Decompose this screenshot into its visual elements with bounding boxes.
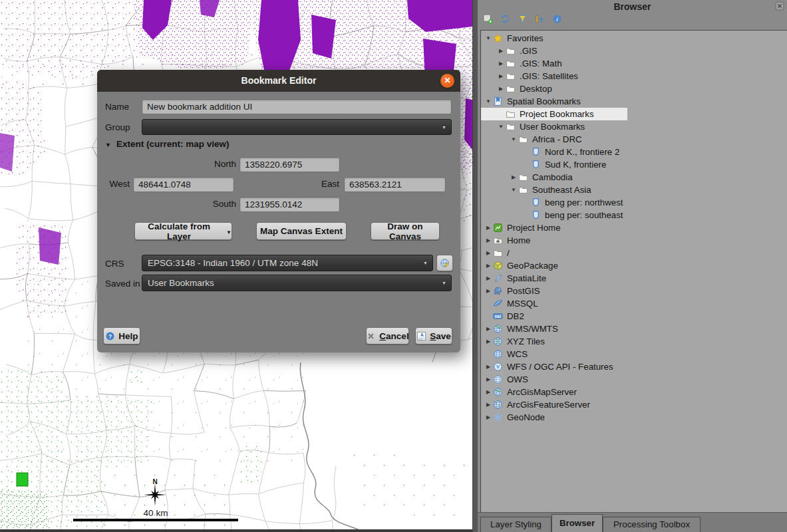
tree-item-spatial-bookmarks[interactable]: ▼Spatial Bookmarks <box>481 95 581 108</box>
map-canvas-extent-button[interactable]: Map Canvas Extent <box>256 222 347 240</box>
expander-closed-icon[interactable]: ▶ <box>484 237 493 243</box>
dialog-close-icon[interactable]: ✕ <box>440 74 454 88</box>
tree-item-label: .GIS: Satellites <box>520 71 578 81</box>
tree-item-wfs-ogc-api-features[interactable]: ▶VWFS / OGC API - Features <box>481 360 613 373</box>
calculate-from-layer-button[interactable]: Calculate from Layer▼ <box>134 222 232 240</box>
expander-closed-icon[interactable]: ▶ <box>484 250 493 256</box>
globe-ows-icon <box>493 374 504 384</box>
tree-item-gis-satellites[interactable]: ▶.GIS: Satellites <box>481 70 578 82</box>
expander-closed-icon[interactable]: ▶ <box>484 389 493 395</box>
tree-item-home[interactable]: ▶Home <box>481 234 530 247</box>
tree-item-gis[interactable]: ▶.GIS <box>481 45 538 57</box>
globe-arcgis-map-icon <box>493 387 504 397</box>
extent-section-header[interactable]: ▼Extent (current: map view) <box>105 139 229 149</box>
expander-closed-icon[interactable]: ▶ <box>496 86 506 92</box>
tree-item-user-bookmarks[interactable]: ▼User Bookmarks <box>481 120 585 133</box>
expander-closed-icon[interactable]: ▶ <box>484 225 493 231</box>
group-combobox[interactable]: ▼ <box>142 119 452 135</box>
expander-closed-icon[interactable]: ▶ <box>509 174 518 180</box>
expander-closed-icon[interactable]: ▶ <box>484 338 493 344</box>
tree-item-favorites[interactable]: ▼Favorites <box>481 32 544 45</box>
expander-closed-icon[interactable]: ▶ <box>484 263 493 269</box>
svg-text:A: A <box>420 332 424 337</box>
tree-item-wms-wmts[interactable]: ▶WMS/WMTS <box>481 323 558 335</box>
browser-tree: ▼Favorites▶.GIS▶.GIS: Math▶.GIS: Satelli… <box>480 30 787 513</box>
tree-item-xyz-tiles[interactable]: ▶XYZ Tiles <box>481 335 545 348</box>
tree-item-project-home[interactable]: ▶Project Home <box>481 221 561 234</box>
mssql-icon <box>493 299 504 309</box>
tree-item-wcs[interactable]: WCS <box>481 348 528 360</box>
collapse-all-icon[interactable] <box>535 14 546 25</box>
draw-on-canvas-button[interactable]: Draw on Canvas <box>371 222 440 240</box>
help-button[interactable]: ?Help <box>103 327 140 344</box>
tree-item-geonode[interactable]: ▶GeoNode <box>481 411 545 424</box>
tab-processing-toolbox[interactable]: Processing Toolbox <box>603 517 701 532</box>
west-label: West <box>105 179 130 189</box>
home-folder-icon <box>493 235 504 245</box>
globe-wcs-icon <box>493 349 504 359</box>
expander-closed-icon[interactable]: ▶ <box>484 376 493 382</box>
tree-item-spatialite[interactable]: ▶SpatiaLite <box>481 272 546 285</box>
tree-item-db2[interactable]: DB2DB2 <box>481 310 524 323</box>
expander-open-icon[interactable]: ▼ <box>484 98 493 104</box>
tree-item-[interactable]: ▶/ <box>481 247 510 259</box>
dialog-title-bar[interactable]: Bookmark Editor ✕ <box>97 70 460 92</box>
expander-closed-icon[interactable]: ▶ <box>484 414 493 420</box>
refresh-icon[interactable] <box>500 14 512 25</box>
tree-item-desktop[interactable]: ▶Desktop <box>481 82 552 95</box>
tree-item-sud-k-frontiere[interactable]: Sud K, frontiere <box>481 158 606 171</box>
tree-item-label: beng per: northwest <box>545 198 623 207</box>
north-input[interactable]: 1358220.6975 <box>239 157 340 172</box>
cancel-button[interactable]: Cancel <box>366 327 409 344</box>
tree-item-project-bookmarks[interactable]: Project Bookmarks <box>481 108 627 120</box>
tree-item-beng-per-northwest[interactable]: beng per: northwest <box>481 196 623 209</box>
expander-closed-icon[interactable]: ▶ <box>484 402 493 408</box>
tree-item-beng-per-southeast[interactable]: beng per: southeast <box>481 209 623 221</box>
add-selected-layers-icon[interactable] <box>483 14 494 25</box>
tree-item-label: Sud K, frontiere <box>545 160 606 170</box>
crs-combobox[interactable]: EPSG:3148 - Indian 1960 / UTM zone 48N▼ <box>142 255 433 271</box>
tree-item-mssql[interactable]: MSSQL <box>481 297 538 310</box>
saved-in-combobox[interactable]: User Bookmarks▼ <box>142 275 452 291</box>
qgis-window: N 40 km Browser i ▼Favorites▶.GIS▶.GIS: … <box>0 0 787 532</box>
tree-item-geopackage[interactable]: ▶GeoPackage <box>481 259 558 272</box>
east-input[interactable]: 638563.2121 <box>344 177 446 192</box>
tab-browser[interactable]: Browser <box>551 514 603 532</box>
expander-closed-icon[interactable]: ▶ <box>484 326 493 332</box>
tree-item-africa-drc[interactable]: ▼Africa - DRC <box>481 133 582 146</box>
tree-item-gis-math[interactable]: ▶.GIS: Math <box>481 57 562 70</box>
tree-item-label: Desktop <box>520 84 552 94</box>
expander-closed-icon[interactable]: ▶ <box>496 73 506 79</box>
panel-close-icon[interactable] <box>775 1 784 11</box>
filter-browser-icon[interactable] <box>518 14 529 25</box>
expander-closed-icon[interactable]: ▶ <box>484 288 493 294</box>
crs-globe-icon <box>440 258 450 268</box>
west-input[interactable]: 486441.0748 <box>133 177 234 192</box>
tree-item-nord-k-frontiere-2[interactable]: Nord K., frontiere 2 <box>481 146 619 158</box>
tree-item-arcgismapserver[interactable]: ▶ArcGisMapServer <box>481 386 577 398</box>
tree-item-arcgisfeatureserver[interactable]: ▶ArcGisFeatureServer <box>481 398 590 411</box>
globe-wms-icon <box>493 324 504 334</box>
expander-open-icon[interactable]: ▼ <box>509 187 518 193</box>
saved-in-label: Saved in <box>105 279 140 289</box>
name-input[interactable]: New bookmark addition UI <box>142 99 452 114</box>
tree-item-southeast-asia[interactable]: ▼Southeast Asia <box>481 184 591 196</box>
bookmark-manager-icon <box>493 96 504 106</box>
tree-item-postgis[interactable]: ▶PostGIS <box>481 285 540 297</box>
save-button[interactable]: ASave <box>415 327 452 344</box>
expander-closed-icon[interactable]: ▶ <box>496 48 506 54</box>
expander-closed-icon[interactable]: ▶ <box>484 364 493 370</box>
expander-open-icon[interactable]: ▼ <box>484 35 493 41</box>
expander-open-icon[interactable]: ▼ <box>496 124 506 130</box>
tree-item-cambodia[interactable]: ▶Cambodia <box>481 171 573 184</box>
show-properties-icon[interactable]: i <box>552 14 563 25</box>
tree-item-ows[interactable]: ▶OWS <box>481 373 528 386</box>
tab-layer-styling[interactable]: Layer Styling <box>480 517 551 532</box>
group-label: Group <box>105 122 130 132</box>
south-input[interactable]: 1231955.0142 <box>239 197 340 212</box>
expander-closed-icon[interactable]: ▶ <box>484 275 493 281</box>
expander-closed-icon[interactable]: ▶ <box>496 61 506 66</box>
select-crs-button[interactable] <box>436 255 453 271</box>
expander-open-icon[interactable]: ▼ <box>509 136 518 142</box>
svg-text:40 km: 40 km <box>144 508 168 518</box>
